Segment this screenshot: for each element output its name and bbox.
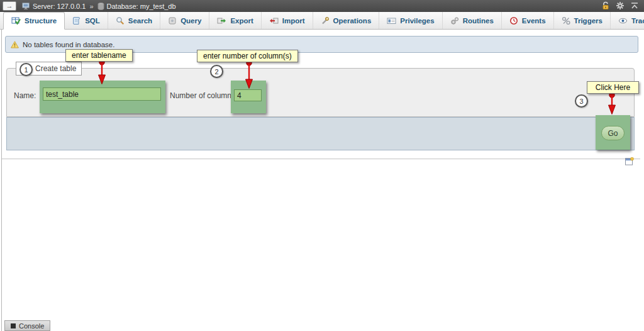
search-icon <box>116 16 125 25</box>
tab-import[interactable]: Import <box>262 12 313 29</box>
annotation-arrow-3 <box>608 91 616 115</box>
operations-wrench-icon <box>321 16 330 25</box>
tab-label: Triggers <box>574 17 602 25</box>
tab-routines[interactable]: Routines <box>443 12 502 29</box>
export-icon <box>217 16 226 25</box>
tab-query[interactable]: Query <box>160 12 209 29</box>
triggers-icon <box>562 16 570 25</box>
tab-label: Operations <box>333 17 372 25</box>
tab-triggers[interactable]: Triggers <box>554 12 611 29</box>
nav-panel-toggle-button[interactable]: → <box>3 1 16 11</box>
tab-sql[interactable]: SQL <box>65 12 108 29</box>
tab-label: Import <box>282 17 305 25</box>
tab-label: Privileges <box>400 17 434 25</box>
notice-text: No tables found in database. <box>23 41 114 48</box>
step-2-badge: 2 <box>210 65 223 78</box>
number-of-columns-label: Number of columns: <box>170 91 237 100</box>
console-label: Console <box>19 322 44 330</box>
query-icon <box>168 16 177 25</box>
breadcrumb-separator: » <box>89 3 93 10</box>
table-name-label: Name: <box>14 91 36 100</box>
table-name-input[interactable] <box>43 87 161 101</box>
console-toggle[interactable]: Console <box>4 320 50 331</box>
privileges-card-icon <box>387 16 396 25</box>
callout-enter-columns: enter number of column(s) <box>197 50 298 62</box>
database-tabbar: Structure SQL Search Query Export <box>0 12 644 30</box>
go-button-highlight: Go <box>596 115 630 150</box>
database-icon <box>97 3 104 10</box>
structure-icon <box>11 16 21 25</box>
step-3-badge: 3 <box>575 94 588 108</box>
annotation-arrow-1 <box>97 59 106 85</box>
content-left-border <box>1 30 2 331</box>
tab-label: Query <box>180 17 201 25</box>
breadcrumb-database-label: Database: my_test_db <box>107 3 176 10</box>
sql-icon <box>72 16 81 25</box>
tracking-eye-icon <box>618 16 628 25</box>
tab-operations[interactable]: Operations <box>313 12 380 29</box>
tab-label: SQL <box>85 17 100 25</box>
server-icon <box>22 3 30 10</box>
routines-gears-icon <box>450 16 459 25</box>
tab-label: Tracking <box>631 17 644 25</box>
tab-label: Export <box>230 17 253 25</box>
settings-gear-icon[interactable] <box>616 1 625 10</box>
tab-structure[interactable]: Structure <box>3 12 65 30</box>
name-input-highlight <box>40 81 165 113</box>
annotation-arrow-2 <box>245 59 253 89</box>
go-button[interactable]: Go <box>601 126 625 140</box>
tab-events[interactable]: Events <box>502 12 554 29</box>
form-footer <box>6 117 635 150</box>
breadcrumb-server-label: Server: 127.0.0.1 <box>33 3 86 10</box>
console-icon <box>11 323 16 328</box>
section-divider <box>2 159 640 159</box>
tab-export[interactable]: Export <box>209 12 261 29</box>
open-new-window-icon[interactable] <box>625 157 634 166</box>
events-clock-icon <box>509 16 518 25</box>
tab-label: Search <box>128 17 152 25</box>
number-of-columns-input[interactable] <box>234 89 262 101</box>
tab-search[interactable]: Search <box>108 12 160 29</box>
import-icon <box>269 16 279 25</box>
warning-icon <box>11 41 19 48</box>
callout-enter-tablename: enter tablename <box>65 49 133 62</box>
callout-click-here: Click Here <box>587 81 639 94</box>
step-1-badge: 1 <box>19 63 33 76</box>
tab-privileges[interactable]: Privileges <box>379 12 442 29</box>
collapse-top-icon[interactable] <box>630 2 639 10</box>
breadcrumb-database[interactable]: Database: my_test_db <box>97 3 176 10</box>
tab-label: Events <box>522 17 546 25</box>
tab-label: Routines <box>463 17 494 25</box>
breadcrumb-server[interactable]: Server: 127.0.0.1 <box>22 3 86 10</box>
tab-tracking[interactable]: Tracking <box>611 12 644 29</box>
unlock-icon[interactable] <box>601 1 610 10</box>
tab-label: Structure <box>25 17 57 25</box>
server-bar: → Server: 127.0.0.1 » Database: my_test_… <box>0 0 644 12</box>
